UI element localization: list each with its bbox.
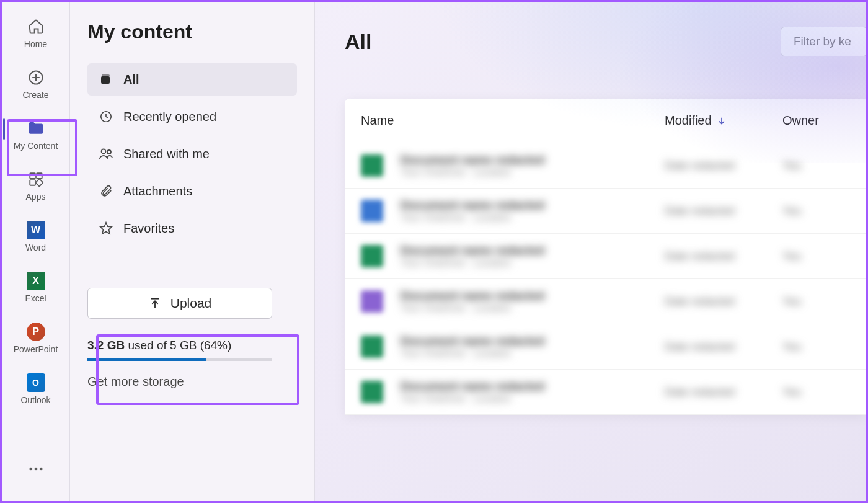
file-modified-cell: Date redacted bbox=[665, 341, 782, 354]
nav-powerpoint-label: PowerPoint bbox=[14, 344, 58, 354]
svg-rect-5 bbox=[30, 180, 35, 185]
upload-icon bbox=[148, 296, 162, 310]
file-name-cell: Document name redacted Your OneDrive · L… bbox=[401, 334, 665, 359]
upload-label: Upload bbox=[170, 296, 212, 311]
nav-apps-label: Apps bbox=[26, 192, 46, 202]
stack-icon bbox=[99, 72, 113, 87]
nav-powerpoint[interactable]: P PowerPoint bbox=[2, 319, 69, 357]
upload-button[interactable]: Upload bbox=[87, 288, 272, 319]
file-modified-cell: Date redacted bbox=[665, 250, 782, 263]
filter-recent-label: Recently opened bbox=[123, 110, 216, 124]
filter-favorites-label: Favorites bbox=[123, 221, 174, 236]
file-modified-cell: Date redacted bbox=[665, 159, 782, 172]
filter-all[interactable]: All bbox=[87, 63, 297, 96]
file-modified-cell: Date redacted bbox=[665, 205, 782, 218]
filter-shared-label: Shared with me bbox=[123, 147, 210, 161]
table-row[interactable]: Document name redacted Your OneDrive · L… bbox=[345, 234, 866, 279]
nav-my-content-label: My Content bbox=[14, 141, 58, 151]
folder-icon bbox=[26, 118, 46, 138]
file-type-icon bbox=[361, 200, 383, 222]
clock-icon bbox=[99, 109, 113, 124]
svg-point-8 bbox=[34, 468, 37, 471]
file-name-cell: Document name redacted Your OneDrive · L… bbox=[401, 289, 665, 314]
filter-attachments-label: Attachments bbox=[123, 184, 192, 198]
filter-all-label: All bbox=[123, 73, 140, 87]
svg-rect-4 bbox=[37, 173, 42, 179]
powerpoint-icon: P bbox=[26, 322, 46, 342]
sort-down-icon bbox=[717, 116, 727, 126]
nav-overflow[interactable] bbox=[27, 460, 45, 489]
word-icon: W bbox=[26, 220, 46, 240]
file-owner-cell: You bbox=[782, 341, 850, 354]
storage-used: 3.2 GB bbox=[87, 339, 125, 352]
ellipsis-icon bbox=[27, 460, 45, 478]
svg-point-12 bbox=[102, 149, 106, 154]
svg-marker-14 bbox=[100, 223, 112, 234]
star-icon bbox=[99, 221, 113, 236]
column-modified[interactable]: Modified bbox=[665, 114, 782, 128]
file-name-cell: Document name redacted Your OneDrive · L… bbox=[401, 153, 665, 178]
file-name-cell: Document name redacted Your OneDrive · L… bbox=[401, 198, 665, 223]
filter-list: All Recently opened Shared with me Attac… bbox=[87, 63, 297, 244]
nav-word[interactable]: W Word bbox=[2, 218, 69, 255]
nav-create[interactable]: Create bbox=[2, 65, 69, 102]
file-owner-cell: You bbox=[782, 250, 850, 263]
svg-rect-10 bbox=[101, 76, 110, 84]
nav-excel[interactable]: X Excel bbox=[2, 269, 69, 306]
nav-home[interactable]: Home bbox=[2, 14, 69, 51]
svg-point-9 bbox=[39, 468, 42, 471]
table-row[interactable]: Document name redacted Your OneDrive · L… bbox=[345, 324, 866, 370]
main-heading: All bbox=[345, 30, 371, 54]
nav-rail: Home Create My Content Apps W Word X Ex bbox=[2, 2, 70, 501]
storage-fill bbox=[87, 358, 206, 361]
table-row[interactable]: Document name redacted Your OneDrive · L… bbox=[345, 189, 866, 234]
file-owner-cell: You bbox=[782, 159, 850, 172]
table-row[interactable]: Document name redacted Your OneDrive · L… bbox=[345, 143, 866, 189]
nav-my-content[interactable]: My Content bbox=[2, 116, 69, 153]
storage-bar bbox=[87, 358, 272, 361]
storage-info: 3.2 GB used of 5 GB (64%) bbox=[87, 339, 297, 352]
file-table: Name Modified Owner Document name redact… bbox=[345, 99, 866, 415]
filter-favorites[interactable]: Favorites bbox=[87, 212, 297, 244]
nav-outlook[interactable]: O Outlook bbox=[2, 370, 69, 407]
upload-section: Upload 3.2 GB used of 5 GB (64%) Get mor… bbox=[87, 288, 297, 389]
file-modified-cell: Date redacted bbox=[665, 386, 782, 399]
filter-shared[interactable]: Shared with me bbox=[87, 138, 297, 170]
svg-point-13 bbox=[107, 150, 111, 154]
paperclip-icon bbox=[99, 184, 113, 198]
my-content-panel: My content All Recently opened Shared wi… bbox=[70, 2, 315, 501]
nav-outlook-label: Outlook bbox=[20, 395, 50, 405]
file-modified-cell: Date redacted bbox=[665, 295, 782, 308]
outlook-icon: O bbox=[26, 373, 46, 393]
filter-attachments[interactable]: Attachments bbox=[87, 175, 297, 207]
plus-circle-icon bbox=[26, 68, 46, 87]
panel-title: My content bbox=[87, 20, 297, 43]
file-name-cell: Document name redacted Your OneDrive · L… bbox=[401, 244, 665, 269]
file-owner-cell: You bbox=[782, 386, 850, 399]
people-icon bbox=[99, 146, 113, 161]
file-type-icon bbox=[361, 290, 383, 313]
svg-rect-6 bbox=[35, 179, 43, 186]
file-name-cell: Document name redacted Your OneDrive · L… bbox=[401, 380, 665, 404]
main-header: All bbox=[345, 27, 866, 56]
nav-apps[interactable]: Apps bbox=[2, 167, 69, 204]
table-row[interactable]: Document name redacted Your OneDrive · L… bbox=[345, 279, 866, 324]
file-type-icon bbox=[361, 154, 383, 177]
file-owner-cell: You bbox=[782, 205, 850, 218]
file-type-icon bbox=[361, 245, 383, 267]
svg-rect-3 bbox=[30, 173, 35, 179]
nav-home-label: Home bbox=[24, 39, 47, 49]
file-type-icon bbox=[361, 381, 383, 403]
main-content: All Name Modified Owner Document name re… bbox=[315, 2, 866, 501]
get-more-storage-link[interactable]: Get more storage bbox=[87, 375, 297, 389]
excel-icon: X bbox=[26, 271, 46, 291]
nav-word-label: Word bbox=[25, 243, 46, 252]
filter-recent[interactable]: Recently opened bbox=[87, 100, 297, 133]
column-owner[interactable]: Owner bbox=[782, 114, 850, 128]
file-type-icon bbox=[361, 336, 383, 358]
column-name[interactable]: Name bbox=[361, 114, 665, 128]
storage-rest: used of 5 GB (64%) bbox=[125, 339, 231, 352]
filter-keyword-input[interactable] bbox=[781, 27, 867, 56]
nav-create-label: Create bbox=[22, 90, 48, 100]
table-row[interactable]: Document name redacted Your OneDrive · L… bbox=[345, 370, 866, 415]
